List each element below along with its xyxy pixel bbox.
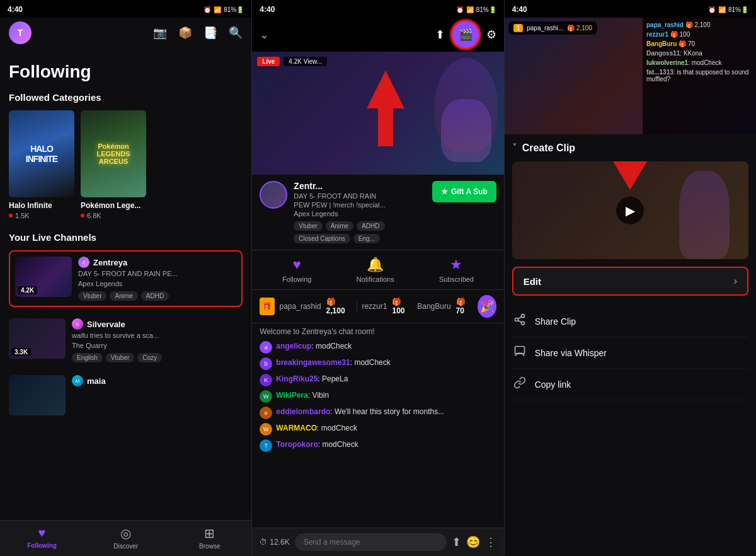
category-card-halo[interactable]: HALOINFINITE Halo Infinite 1.5K <box>9 110 74 219</box>
chat-send-icon[interactable]: ⬆ <box>452 535 461 549</box>
time-p1: 4:40 <box>8 5 23 14</box>
live-channels-title: Your Live Channels <box>9 232 243 243</box>
stream-tag-eng[interactable]: Eng... <box>353 234 380 243</box>
stream-tag-adhd[interactable]: ADHD <box>357 221 384 231</box>
tag-anime[interactable]: Anime <box>110 291 137 301</box>
share-whisper-item[interactable]: Share via Whisper <box>512 337 748 369</box>
channel-card-silvervale[interactable]: 3.3K S Silvervale waifu tries to survive… <box>9 312 243 369</box>
edit-label: Edit <box>524 276 541 287</box>
share-clip-icon <box>512 313 527 329</box>
back-arrow-icon[interactable]: ⌄ <box>260 28 269 42</box>
nav-item-browse[interactable]: ⊞ Browse <box>168 526 251 550</box>
chat-msg-0: a angelicup: modCheck <box>260 341 496 354</box>
clip-character-bg <box>679 171 730 259</box>
share-icon[interactable]: ⬆ <box>435 28 445 42</box>
copy-link-item[interactable]: Copy link <box>512 369 748 400</box>
category-card-pokemon[interactable]: PokémonLEGENDSARCEUS Pokémon Lege... 6.8… <box>81 110 146 219</box>
stream-tag-cc[interactable]: Closed Captions <box>294 234 350 243</box>
followed-categories-title: Followed Categories <box>9 92 243 103</box>
edit-button[interactable]: Edit › <box>512 267 748 296</box>
channel-avatar-zentreya: Z <box>78 257 89 268</box>
inbox-icon[interactable]: 📦 <box>178 26 192 40</box>
following-action[interactable]: ♥ Following <box>282 257 311 283</box>
star-icon: ★ <box>450 257 462 273</box>
chat-welcome-msg: Welcome to Zentreya's chat room! <box>260 327 496 336</box>
channel-info-zentreya: Z Zentreya DAY 5- FROOT AND RAIN PE... A… <box>78 257 236 301</box>
status-icons-p1: ⏰ 📶 81%🔋 <box>203 6 244 13</box>
sub-notif-count: 🎁 2,100 <box>567 25 592 32</box>
subscribed-action[interactable]: ★ Subscribed <box>439 257 474 283</box>
chevron-down-icon[interactable]: ˅ <box>512 142 517 154</box>
bookmark-icon[interactable]: 📑 <box>203 26 217 40</box>
live-dot-halo <box>9 214 13 217</box>
panel1-scrollable: Following Followed Categories HALOINFINI… <box>0 48 251 520</box>
search-icon[interactable]: 🔍 <box>229 26 243 40</box>
chat-input-field[interactable] <box>295 533 447 551</box>
nav-label-following: Following <box>27 542 57 549</box>
settings-icon[interactable]: ⚙ <box>486 28 496 42</box>
signal-icon-p3: 📶 <box>718 6 726 13</box>
chat-emoji-icon[interactable]: 😊 <box>466 535 480 549</box>
channel-thumb-maia <box>9 375 66 415</box>
chat-avatar-0: a <box>260 341 272 354</box>
status-icons-p3: ⏰ 📶 81%🔋 <box>708 6 748 13</box>
channel-desc-zentreya: DAY 5- FROOT AND RAIN PE... <box>78 270 204 277</box>
battery-p1: 81%🔋 <box>224 6 244 13</box>
notifications-label: Notifications <box>357 275 394 283</box>
chat-text-5: WARMACO: modCheck <box>276 423 357 434</box>
stream-tag-vtuber[interactable]: Vtuber <box>294 221 322 231</box>
tag-adhd[interactable]: ADHD <box>141 291 169 301</box>
play-button[interactable]: ▶ <box>616 197 644 224</box>
party-icon[interactable]: 🎉 <box>478 295 496 318</box>
stream-video[interactable]: Live 4.2K View... <box>252 52 503 175</box>
overlay-text-2: 🎁 70 <box>679 40 695 47</box>
share-clip-label: Share Clip <box>535 316 576 327</box>
live-dot-pokemon <box>81 214 84 217</box>
page-title-following: Following <box>9 62 243 82</box>
nav-icon-following: ♥ <box>38 526 46 540</box>
chat-text-2: KingRiku25: PepeLa <box>276 374 348 385</box>
tag-english[interactable]: English <box>72 353 103 362</box>
sub-rank-badge: 🎁 <box>260 298 274 315</box>
channel-game-silvervale: The Quarry <box>72 342 243 349</box>
channel-card-maia[interactable]: M maia <box>9 369 243 422</box>
chat-more-icon[interactable]: ⋮ <box>485 535 496 549</box>
nav-item-discover[interactable]: ◎ Discover <box>84 526 168 550</box>
overlay-msg-2: BangBuru 🎁 70 <box>646 40 752 47</box>
stream-tag-anime[interactable]: Anime <box>326 221 353 231</box>
alarm-icon-p3: ⏰ <box>708 6 716 13</box>
sub-notif-badge: 1 <box>513 24 524 32</box>
svg-point-3 <box>521 315 524 318</box>
user-avatar[interactable]: T <box>9 21 32 44</box>
category-viewers-halo: 1.5K <box>9 212 74 219</box>
category-thumb-pokemon: PokémonLEGENDSARCEUS <box>81 110 146 197</box>
tag-vtuber2[interactable]: Vtuber <box>106 353 134 362</box>
category-viewers-pokemon: 6.8K <box>81 212 146 219</box>
red-arrow-down <box>598 161 662 196</box>
signal-icon-p2: 📶 <box>466 6 474 13</box>
chat-msg-2: K KingRiku25: PepeLa <box>260 374 496 386</box>
camera-icon[interactable]: 📷 <box>153 26 167 40</box>
stream-tags: Vtuber Anime ADHD Closed Captions Eng... <box>294 221 426 243</box>
channel-name-zentreya: Zentreya <box>93 258 127 267</box>
viewer-badge-silvervale: 3.3K <box>11 348 31 356</box>
gift-sub-button[interactable]: ★ Gift A Sub <box>432 181 496 202</box>
svg-rect-8 <box>515 347 524 354</box>
status-bar-p1: 4:40 ⏰ 📶 81%🔋 <box>0 0 251 18</box>
tag-cozy[interactable]: Cozy <box>137 353 162 362</box>
tag-vtuber[interactable]: Vtuber <box>78 291 106 301</box>
notifications-action[interactable]: 🔔 Notifications <box>357 257 394 283</box>
share-clip-item[interactable]: Share Clip <box>512 306 748 337</box>
streamer-game: Apex Legends <box>294 210 426 217</box>
channel-card-zentreya[interactable]: 4.2K Z Zentreya DAY 5- FROOT AND RAIN PE… <box>9 250 243 307</box>
channel-name-row-silvervale: S Silvervale <box>72 318 243 330</box>
streamer-info: Zentr... DAY 5- FROOT AND RAIN PEW PEW |… <box>294 181 426 243</box>
whisper-icon <box>512 345 527 361</box>
nav-item-following[interactable]: ♥ Following <box>0 526 84 550</box>
create-clip-button[interactable]: 🎬 <box>452 21 479 48</box>
signal-icon: 📶 <box>214 6 221 13</box>
streamer-subtitle: PEW PEW | !merch !special... <box>294 201 426 209</box>
subscribed-label: Subscribed <box>439 275 474 283</box>
chat-msg-4: e eddielombardo: We'll hear this story f… <box>260 407 496 419</box>
alarm-icon: ⏰ <box>203 6 211 13</box>
